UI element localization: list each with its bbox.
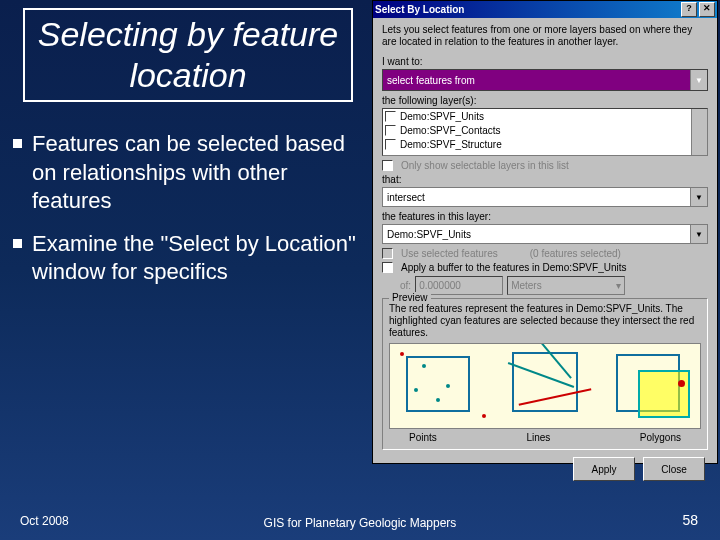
- features-selected-count: (0 features selected): [530, 248, 621, 259]
- preview-captions: Points Lines Polygons: [389, 432, 701, 443]
- preview-image: [389, 343, 701, 429]
- caption-lines: Lines: [526, 432, 550, 443]
- source-layer-value: Demo:SPVF_Units: [383, 229, 690, 240]
- bullet-item: Examine the "Select by Location" window …: [13, 230, 363, 287]
- label-in-layer: the features in this layer:: [382, 211, 708, 222]
- only-selectable-row[interactable]: Only show selectable layers in this list: [382, 160, 708, 171]
- apply-button[interactable]: Apply: [573, 457, 635, 481]
- dialog-title: Select By Location: [375, 4, 464, 15]
- layers-listbox[interactable]: Demo:SPVF_Units Demo:SPVF_Contacts Demo:…: [382, 108, 708, 156]
- chevron-down-icon: ▾: [616, 280, 621, 291]
- bullet-marker: [13, 239, 22, 248]
- of-label: of:: [400, 280, 411, 291]
- buffer-unit-value: Meters: [511, 280, 542, 291]
- footer-title: GIS for Planetary Geologic Mappers: [0, 516, 720, 530]
- slide-title-text: Selecting by feature location: [25, 14, 351, 96]
- chevron-down-icon[interactable]: ▼: [690, 225, 707, 243]
- want-dropdown[interactable]: select features from ▼: [382, 69, 708, 91]
- checkbox[interactable]: [385, 111, 396, 122]
- chevron-down-icon[interactable]: ▼: [690, 70, 707, 90]
- checkbox[interactable]: [385, 125, 396, 136]
- chevron-down-icon[interactable]: ▼: [690, 188, 707, 206]
- buffer-unit-dropdown: Meters ▾: [507, 276, 625, 295]
- buffer-row[interactable]: Apply a buffer to the features in Demo:S…: [382, 262, 708, 273]
- bullet-list: Features can be selected based on relati…: [13, 130, 363, 301]
- preview-group: Preview The red features represent the f…: [382, 298, 708, 450]
- page-number: 58: [682, 512, 698, 528]
- close-button[interactable]: Close: [643, 457, 705, 481]
- layer-label: Demo:SPVF_Units: [400, 111, 484, 122]
- footer-title-text: GIS for Planetary Geologic Mappers: [264, 516, 457, 530]
- layer-label: Demo:SPVF_Contacts: [400, 125, 501, 136]
- bullet-item: Features can be selected based on relati…: [13, 130, 363, 216]
- layer-item[interactable]: Demo:SPVF_Contacts: [383, 123, 707, 137]
- select-by-location-dialog: Select By Location ? ✕ Lets you select f…: [372, 0, 718, 464]
- source-layer-dropdown[interactable]: Demo:SPVF_Units ▼: [382, 224, 708, 244]
- slide-title: Selecting by feature location: [23, 8, 353, 102]
- dialog-description: Lets you select features from one or mor…: [382, 24, 708, 48]
- label-layers: the following layer(s):: [382, 95, 708, 106]
- checkbox-disabled: [382, 248, 393, 259]
- caption-points: Points: [409, 432, 437, 443]
- checkbox[interactable]: [382, 160, 393, 171]
- caption-polygons: Polygons: [640, 432, 681, 443]
- want-value: select features from: [383, 75, 690, 86]
- bullet-text: Examine the "Select by Location" window …: [32, 230, 363, 287]
- bullet-marker: [13, 139, 22, 148]
- dialog-titlebar[interactable]: Select By Location ? ✕: [373, 1, 717, 18]
- only-selectable-label: Only show selectable layers in this list: [401, 160, 569, 171]
- layer-item[interactable]: Demo:SPVF_Structure: [383, 137, 707, 151]
- use-selected-label: Use selected features: [401, 248, 498, 259]
- apply-label: Apply: [591, 464, 616, 475]
- buffer-label: Apply a buffer to the features in Demo:S…: [401, 262, 627, 273]
- preview-legend: Preview: [389, 292, 431, 303]
- layer-item[interactable]: Demo:SPVF_Units: [383, 109, 707, 123]
- scrollbar[interactable]: [691, 109, 707, 155]
- bullet-text: Features can be selected based on relati…: [32, 130, 363, 216]
- close-label: Close: [661, 464, 687, 475]
- preview-text: The red features represent the features …: [389, 303, 701, 339]
- relation-dropdown[interactable]: intersect ▼: [382, 187, 708, 207]
- label-want: I want to:: [382, 56, 708, 67]
- label-that: that:: [382, 174, 708, 185]
- use-selected-row: Use selected features (0 features select…: [382, 248, 708, 259]
- help-button[interactable]: ?: [681, 2, 697, 17]
- layer-label: Demo:SPVF_Structure: [400, 139, 502, 150]
- checkbox[interactable]: [385, 139, 396, 150]
- close-icon[interactable]: ✕: [699, 2, 715, 17]
- relation-value: intersect: [383, 192, 690, 203]
- checkbox[interactable]: [382, 262, 393, 273]
